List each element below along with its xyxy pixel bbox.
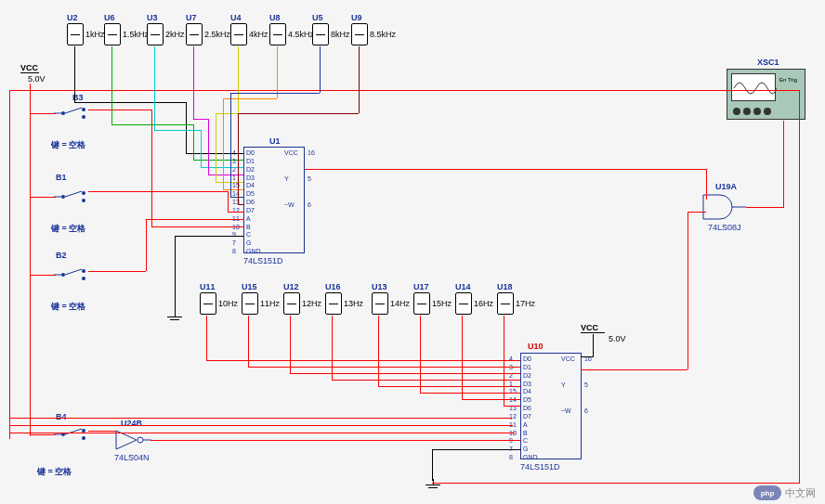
clock-source xyxy=(186,23,203,45)
b2-ref: B2 xyxy=(56,251,67,260)
pin-label: G xyxy=(246,239,251,246)
src-ref: U9 xyxy=(351,13,362,22)
src-freq: 8kHz xyxy=(331,30,350,39)
pin-label: B xyxy=(523,430,528,436)
wire xyxy=(30,84,31,436)
pin-num: 7 xyxy=(232,239,236,246)
src-ref: U14 xyxy=(455,282,471,291)
src-freq: 16Hz xyxy=(474,299,493,308)
vcc1-bar xyxy=(20,72,39,73)
pin-label: G xyxy=(523,446,528,452)
b4-hint: 键 = 空格 xyxy=(37,466,72,478)
wire xyxy=(216,113,238,114)
switch-b4[interactable] xyxy=(54,427,91,441)
wire xyxy=(216,182,243,183)
wire xyxy=(238,113,359,114)
clock-source xyxy=(325,292,342,315)
switch-b1[interactable] xyxy=(54,189,91,203)
switch-b2[interactable] xyxy=(54,267,91,281)
u24b-ref: U24B xyxy=(121,419,142,428)
wire xyxy=(432,449,521,450)
scope-screen xyxy=(731,73,776,101)
wire xyxy=(332,380,520,381)
pin-label: D6 xyxy=(246,199,255,205)
clock-source xyxy=(283,292,300,315)
pin-label: D3 xyxy=(246,174,255,181)
pin-label: A xyxy=(246,215,251,222)
svg-point-22 xyxy=(82,436,85,440)
src-freq: 2kHz xyxy=(165,30,185,39)
pin-label: A xyxy=(523,421,528,428)
svg-point-12 xyxy=(82,199,85,202)
pin-label: D1 xyxy=(246,158,255,164)
clock-source xyxy=(351,23,368,45)
wire xyxy=(30,197,56,198)
src-ref: U11 xyxy=(200,282,216,291)
wire xyxy=(228,212,244,213)
wire xyxy=(688,212,706,213)
vcc1-value: 5.0V xyxy=(28,74,46,84)
src-ref: U3 xyxy=(147,13,158,22)
b3-hint: 键 = 空格 xyxy=(51,139,85,151)
vcc2-value: 5.0V xyxy=(609,334,626,343)
pin-num: 5 xyxy=(584,381,588,388)
vcc2-bar xyxy=(581,332,605,333)
pin-num: 6 xyxy=(308,201,311,208)
wire xyxy=(206,360,520,361)
pin-label: D7 xyxy=(246,207,255,213)
wire xyxy=(432,449,433,481)
wire xyxy=(206,316,207,360)
wire xyxy=(154,130,201,131)
wire xyxy=(9,90,799,91)
src-ref: U7 xyxy=(186,13,197,22)
oscilloscope[interactable]: En Trig xyxy=(727,69,805,120)
src-ref: U18 xyxy=(497,282,513,291)
wire xyxy=(462,399,520,400)
svg-point-11 xyxy=(82,191,85,195)
wire xyxy=(193,46,194,119)
wire xyxy=(504,406,520,407)
pin-label: D5 xyxy=(246,190,255,197)
wire xyxy=(230,93,320,94)
clock-source xyxy=(413,292,430,315)
wire xyxy=(420,316,421,393)
wire xyxy=(511,418,512,420)
pin-label: D2 xyxy=(246,166,255,173)
src-freq: 12Hz xyxy=(302,299,321,308)
u19a-ref: U19A xyxy=(715,182,737,191)
b2-hint: 键 = 空格 xyxy=(51,301,85,313)
wire xyxy=(420,393,520,394)
svg-point-9 xyxy=(61,195,65,199)
scope-btn: En Trig xyxy=(779,77,797,83)
src-ref: U17 xyxy=(413,282,429,291)
src-freq: 8.5kHz xyxy=(370,30,396,39)
pin-num: 8 xyxy=(509,454,513,460)
src-freq: 15Hz xyxy=(432,299,452,308)
pin-label: D6 xyxy=(523,405,531,411)
switch-b3[interactable] xyxy=(54,106,91,120)
svg-line-5 xyxy=(65,108,82,113)
wire xyxy=(432,483,800,484)
clock-source xyxy=(147,23,164,45)
wire xyxy=(248,316,249,367)
wire xyxy=(74,46,75,102)
src-ref: U12 xyxy=(283,282,299,291)
svg-point-14 xyxy=(61,273,65,277)
src-ref: U2 xyxy=(67,13,78,22)
wire xyxy=(151,110,152,226)
b1-ref: B1 xyxy=(56,173,67,182)
vcc2-label: VCC xyxy=(581,323,598,332)
wire xyxy=(305,169,706,170)
pin-label: C xyxy=(523,437,528,444)
svg-line-10 xyxy=(65,191,82,197)
wire xyxy=(175,236,176,312)
clock-source xyxy=(230,23,247,45)
pin-label: C xyxy=(246,231,251,238)
wire xyxy=(238,204,243,205)
pin-num: 15 xyxy=(509,388,517,394)
wire xyxy=(146,219,244,220)
wire xyxy=(9,425,513,426)
wire xyxy=(378,316,379,386)
b1-hint: 键 = 空格 xyxy=(51,223,85,235)
wire xyxy=(746,207,783,208)
